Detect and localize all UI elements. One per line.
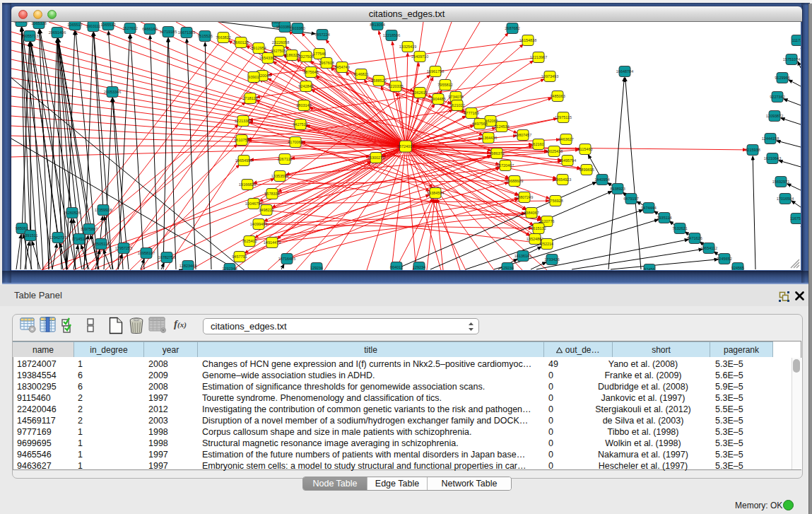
svg-text:16782759: 16782759 xyxy=(158,255,175,259)
svg-text:1588520: 1588520 xyxy=(371,78,386,83)
svg-text:2718129: 2718129 xyxy=(242,96,257,100)
svg-text:9457791: 9457791 xyxy=(232,255,247,259)
svg-text:16961758: 16961758 xyxy=(427,69,444,74)
svg-text:1527602: 1527602 xyxy=(122,26,137,30)
svg-text:1362615: 1362615 xyxy=(412,90,427,95)
svg-text:1292344: 1292344 xyxy=(222,267,237,270)
svg-text:18807249: 18807249 xyxy=(516,195,533,199)
svg-text:14099469: 14099469 xyxy=(250,222,267,226)
svg-text:15692971: 15692971 xyxy=(772,180,789,184)
svg-text:8938923: 8938923 xyxy=(610,187,625,191)
svg-text:12218506: 12218506 xyxy=(383,33,400,37)
svg-text:129234: 129234 xyxy=(501,266,514,270)
svg-text:26260526: 26260526 xyxy=(64,211,81,215)
svg-text:116753: 116753 xyxy=(790,216,801,221)
svg-text:1621022: 1621022 xyxy=(449,103,464,107)
svg-text:3498222: 3498222 xyxy=(259,208,273,212)
svg-text:92456: 92456 xyxy=(644,267,654,270)
svg-text:7756928: 7756928 xyxy=(548,199,563,203)
svg-text:9245652: 9245652 xyxy=(717,257,731,261)
svg-text:9474444: 9474444 xyxy=(641,206,656,210)
svg-text:10025438: 10025438 xyxy=(546,149,563,153)
svg-text:25300275: 25300275 xyxy=(367,156,384,160)
svg-text:13353594: 13353594 xyxy=(271,174,288,178)
svg-text:16648784: 16648784 xyxy=(616,69,633,74)
svg-text:21364436: 21364436 xyxy=(480,136,497,140)
svg-text:23226058: 23226058 xyxy=(272,40,289,45)
svg-text:14914479: 14914479 xyxy=(264,240,281,245)
svg-text:14136141: 14136141 xyxy=(514,254,531,258)
svg-text:62160: 62160 xyxy=(533,142,543,146)
svg-text:9610755: 9610755 xyxy=(234,138,249,142)
svg-text:7515526: 7515526 xyxy=(197,34,212,38)
svg-text:16409710: 16409710 xyxy=(411,54,428,59)
svg-text:1440954: 1440954 xyxy=(594,177,609,182)
svg-text:19166825: 19166825 xyxy=(239,182,256,187)
svg-text:9777169: 9777169 xyxy=(464,111,478,115)
svg-text:20691406: 20691406 xyxy=(49,30,66,35)
svg-text:12213967: 12213967 xyxy=(530,55,547,59)
svg-text:7625402: 7625402 xyxy=(242,239,257,243)
svg-text:7986372: 7986372 xyxy=(489,151,504,156)
svg-text:129234: 129234 xyxy=(310,266,323,270)
svg-text:9327508: 9327508 xyxy=(298,54,313,59)
svg-text:1391511: 1391511 xyxy=(23,233,37,238)
svg-text:1065532: 1065532 xyxy=(100,23,115,27)
svg-text:10654112: 10654112 xyxy=(700,246,717,250)
svg-text:17016504: 17016504 xyxy=(777,197,794,201)
svg-text:177546: 177546 xyxy=(313,52,326,56)
svg-text:13325419: 13325419 xyxy=(399,45,416,49)
svg-text:9463627: 9463627 xyxy=(558,137,573,141)
svg-text:9734078: 9734078 xyxy=(448,95,463,99)
svg-text:13654923: 13654923 xyxy=(554,177,571,182)
svg-text:10807457: 10807457 xyxy=(514,133,531,137)
svg-text:1903111: 1903111 xyxy=(86,24,101,28)
svg-text:6466160: 6466160 xyxy=(142,27,157,31)
svg-text:17957255: 17957255 xyxy=(115,246,132,250)
svg-text:12444158: 12444158 xyxy=(762,136,779,141)
svg-text:19055713: 19055713 xyxy=(21,34,38,38)
svg-text:7955812: 7955812 xyxy=(437,83,452,87)
svg-text:3267110: 3267110 xyxy=(277,157,292,161)
svg-text:6479197: 6479197 xyxy=(623,197,638,201)
svg-text:8660128: 8660128 xyxy=(233,40,248,45)
svg-text:8813054: 8813054 xyxy=(13,22,28,23)
svg-text:9146821: 9146821 xyxy=(353,72,368,76)
svg-text:1714514: 1714514 xyxy=(71,237,86,241)
svg-text:10973493: 10973493 xyxy=(541,74,558,78)
svg-text:3912954: 3912954 xyxy=(251,46,266,50)
svg-text:10958107: 10958107 xyxy=(138,251,155,255)
svg-text:15495794: 15495794 xyxy=(559,158,576,163)
svg-text:4170066: 4170066 xyxy=(288,140,302,144)
svg-text:9227342: 9227342 xyxy=(770,95,784,99)
svg-text:9427512: 9427512 xyxy=(293,122,307,127)
svg-text:16671385: 16671385 xyxy=(178,30,195,35)
svg-text:8454749: 8454749 xyxy=(334,65,349,69)
svg-text:924565: 924565 xyxy=(731,266,744,270)
svg-text:9384067: 9384067 xyxy=(524,211,539,215)
svg-text:17359928: 17359928 xyxy=(95,208,112,212)
svg-text:9242845: 9242845 xyxy=(298,84,313,88)
svg-text:1733426: 1733426 xyxy=(544,257,559,262)
svg-text:3875645: 3875645 xyxy=(303,70,318,74)
svg-text:129234: 129234 xyxy=(413,265,425,269)
svg-text:2967608: 2967608 xyxy=(319,61,334,65)
svg-text:8471626: 8471626 xyxy=(687,236,702,240)
svg-text:7663822: 7663822 xyxy=(216,35,230,40)
svg-text:10719185: 10719185 xyxy=(160,30,177,34)
svg-text:18724007: 18724007 xyxy=(397,144,414,148)
svg-text:7857224: 7857224 xyxy=(314,33,329,37)
svg-text:3215938: 3215938 xyxy=(745,148,760,152)
svg-text:2935114: 2935114 xyxy=(657,216,671,220)
svg-text:33975887: 33975887 xyxy=(81,227,98,231)
svg-text:1603380: 1603380 xyxy=(290,26,305,30)
svg-text:15751074: 15751074 xyxy=(783,57,800,62)
svg-text:2803144: 2803144 xyxy=(296,103,311,107)
svg-text:12213382: 12213382 xyxy=(235,119,252,123)
svg-text:7485063: 7485063 xyxy=(550,94,565,98)
svg-text:8186328: 8186328 xyxy=(284,53,299,57)
svg-text:252214: 252214 xyxy=(541,242,553,246)
svg-text:9115460: 9115460 xyxy=(577,147,592,151)
svg-text:6497568: 6497568 xyxy=(472,122,487,126)
svg-text:6899695: 6899695 xyxy=(579,168,594,172)
